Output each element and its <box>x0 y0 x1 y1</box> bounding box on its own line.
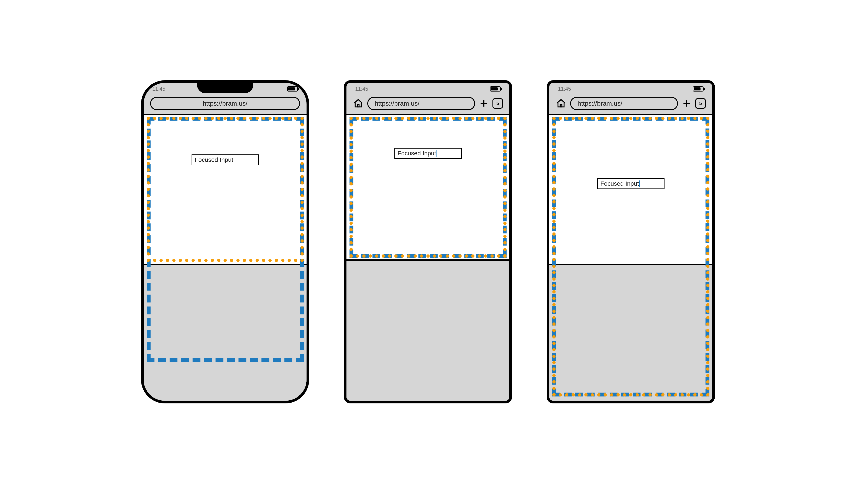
url-text: https://bram.us/ <box>375 100 420 107</box>
browser-toolbar: https://bram.us/ <box>144 95 307 116</box>
focused-input[interactable]: Focused Input <box>597 178 664 189</box>
status-time: 11:45 <box>558 86 571 92</box>
battery-icon <box>693 86 704 92</box>
url-bar[interactable]: https://bram.us/ <box>150 97 300 110</box>
url-text: https://bram.us/ <box>203 100 248 107</box>
text-caret <box>639 181 640 187</box>
focused-input[interactable]: Focused Input <box>394 148 462 159</box>
url-text: https://bram.us/ <box>578 100 622 107</box>
battery-icon <box>287 86 298 92</box>
phone-mock-2: 11:45https://bram.us/5Focused Input <box>344 80 512 403</box>
virtual-keyboard-area <box>549 265 712 398</box>
browser-toolbar: https://bram.us/5 <box>346 95 509 116</box>
page-viewport: Focused Input <box>144 116 307 265</box>
input-value: Focused Input <box>600 180 639 187</box>
visual-viewport-outline <box>147 117 304 262</box>
status-time: 11:45 <box>355 86 368 92</box>
page-viewport: Focused Input <box>346 116 509 261</box>
input-value: Focused Input <box>398 150 436 157</box>
visual-viewport-outline <box>349 117 506 258</box>
home-icon[interactable] <box>556 98 566 109</box>
url-bar[interactable]: https://bram.us/ <box>570 97 678 110</box>
status-bar: 11:45 <box>549 83 712 95</box>
svg-rect-3 <box>560 104 562 107</box>
virtual-keyboard-area <box>144 265 307 398</box>
phone-mock-1: 11:45https://bram.us/Focused Input <box>141 80 309 403</box>
notch <box>197 80 253 93</box>
page-viewport: Focused Input <box>549 116 712 265</box>
home-icon[interactable] <box>353 98 363 109</box>
text-caret <box>436 150 437 157</box>
new-tab-icon[interactable] <box>682 99 691 108</box>
battery-icon <box>490 86 501 92</box>
svg-rect-0 <box>357 104 359 107</box>
phone-mock-3: 11:45https://bram.us/5Focused Input <box>547 80 715 403</box>
status-bar: 11:45 <box>346 83 509 95</box>
tab-count-button[interactable]: 5 <box>695 98 706 109</box>
virtual-keyboard-area <box>346 261 509 398</box>
layout-viewport-outline <box>349 117 506 258</box>
browser-toolbar: https://bram.us/5 <box>549 95 712 116</box>
tab-count-button[interactable]: 5 <box>493 98 503 109</box>
url-bar[interactable]: https://bram.us/ <box>367 97 475 110</box>
text-caret <box>234 157 234 163</box>
focused-input[interactable]: Focused Input <box>192 155 259 165</box>
input-value: Focused Input <box>195 156 233 163</box>
new-tab-icon[interactable] <box>479 99 489 108</box>
status-time: 11:45 <box>152 86 165 92</box>
